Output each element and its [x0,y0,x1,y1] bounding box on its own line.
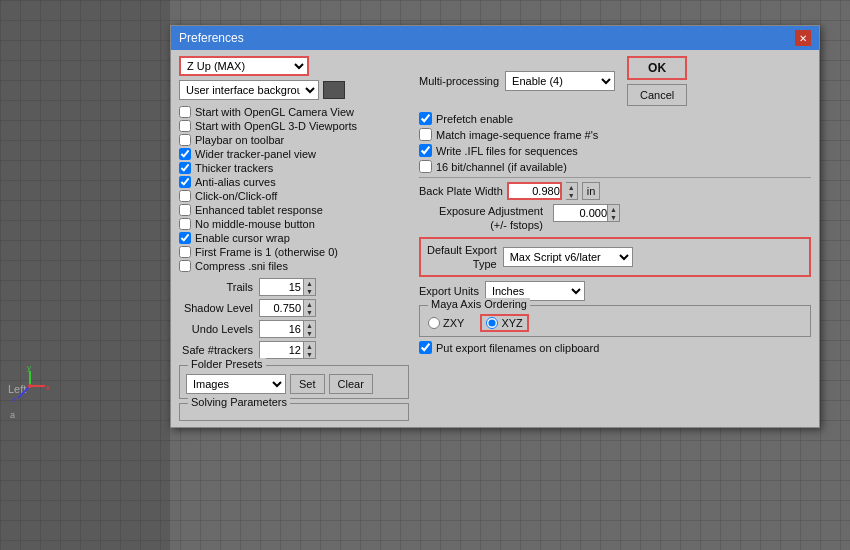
shadow-input[interactable] [259,299,304,317]
cb-prefetch[interactable] [419,112,432,125]
list-item: Enable cursor wrap [179,232,409,244]
exposure-spinner: ▲ ▼ [608,204,620,222]
cancel-button[interactable]: Cancel [627,84,687,106]
bg-select[interactable]: User interface backgroun [179,80,319,100]
radio-zxy-input[interactable] [428,317,440,329]
list-item: Start with OpenGL 3-D Viewports [179,120,409,132]
cb-opengl-camera[interactable] [179,106,191,118]
radio-zxy: ZXY [428,317,464,329]
list-item: Click-on/Click-off [179,190,409,202]
svg-text:x: x [46,383,50,392]
list-item: No middle-mouse button [179,218,409,230]
folder-select[interactable]: Images [186,374,286,394]
ok-button[interactable]: OK [627,56,687,80]
trails-spinner: ▲ ▼ [304,278,316,296]
16bit-row: 16 bit/channel (if available) [419,160,811,173]
cb-thicker-trackers[interactable] [179,162,191,174]
solving-params-section: Solving Parameters [179,403,409,421]
dialog-close-button[interactable]: ✕ [795,30,811,46]
trails-input[interactable] [259,278,304,296]
dialog-title: Preferences [179,31,244,45]
list-item: Thicker trackers [179,162,409,174]
cb-anti-alias[interactable] [179,176,191,188]
cb-16bit[interactable] [419,160,432,173]
trails-label: Trails [179,281,259,293]
undo-input[interactable] [259,320,304,338]
list-item: Start with OpenGL Camera View [179,106,409,118]
cb-wider-tracker[interactable] [179,148,191,160]
export-units-label: Export Units [419,285,479,297]
dialog-titlebar: Preferences ✕ [171,26,819,50]
dialog-buttons: OK Cancel [621,56,687,106]
back-plate-input[interactable] [507,182,562,200]
list-item: Enhanced tablet response [179,204,409,216]
exposure-row: Exposure Adjustment(+/- fstops) ▲ ▼ [419,204,811,233]
exposure-down[interactable]: ▼ [608,213,619,221]
folder-presets-section: Folder Presets Images Set Clear [179,365,409,399]
trails-down[interactable]: ▼ [304,287,315,295]
cb-first-frame[interactable] [179,246,191,258]
cb-click-on-off[interactable] [179,190,191,202]
shadow-down[interactable]: ▼ [304,308,315,316]
cb-compress-sni[interactable] [179,260,191,272]
left-column: Z Up (MAX) Y Up Z Down User interface ba… [179,56,409,421]
divider [419,177,811,178]
bg-color-swatch[interactable] [323,81,345,99]
radio-zxy-label: ZXY [443,317,464,329]
radio-xyz-input[interactable] [486,317,498,329]
maya-axis-title: Maya Axis Ordering [428,298,530,310]
exposure-input-group: ▲ ▼ [553,204,620,222]
maya-axis-section: Maya Axis Ordering ZXY XYZ [419,305,811,337]
spinners-section: Trails ▲ ▼ Shadow Level ▲ ▼ Un [179,278,409,359]
checkbox-list: Start with OpenGL Camera View Start with… [179,106,409,272]
safe-trackers-spinner: ▲ ▼ [304,341,316,359]
undo-down[interactable]: ▼ [304,329,315,337]
list-item: Anti-alias curves [179,176,409,188]
multiproc-label: Multi-processing [419,75,499,87]
exposure-up[interactable]: ▲ [608,205,619,213]
exposure-input[interactable] [553,204,608,222]
list-item: Compress .sni files [179,260,409,272]
export-type-label: Default ExportType [427,243,497,272]
cb-opengl-viewports[interactable] [179,120,191,132]
folder-presets-title: Folder Presets [188,358,266,370]
clipboard-row: Put export filenames on clipboard [419,341,811,354]
right-column: Multi-processing Enable (4) Disable Enab… [409,56,811,421]
svg-text:z: z [12,395,16,404]
cb-tablet[interactable] [179,204,191,216]
coord-row: Z Up (MAX) Y Up Z Down [179,56,409,76]
back-plate-down[interactable]: ▼ [566,191,577,199]
undo-up[interactable]: ▲ [304,321,315,329]
back-plate-unit: in [582,182,601,200]
solving-params-title: Solving Parameters [188,396,290,408]
set-button[interactable]: Set [290,374,325,394]
shadow-up[interactable]: ▲ [304,300,315,308]
export-type-select[interactable]: Max Script v6/later Max Script v5 Maya L… [503,247,633,267]
trails-up[interactable]: ▲ [304,279,315,287]
cb-clipboard[interactable] [419,341,432,354]
folder-row: Images Set Clear [186,374,402,394]
safe-trackers-row: Safe #trackers ▲ ▼ [179,341,409,359]
default-export-section: Default ExportType Max Script v6/later M… [419,237,811,278]
multiproc-select[interactable]: Enable (4) Disable Enable (2) Enable (8) [505,71,615,91]
back-plate-up[interactable]: ▲ [566,183,577,191]
clipboard-label: Put export filenames on clipboard [436,342,599,354]
back-plate-label: Back Plate Width [419,185,503,197]
cb-cursor-wrap[interactable] [179,232,191,244]
cb-match-image[interactable] [419,128,432,141]
clear-button[interactable]: Clear [329,374,373,394]
cb-playbar[interactable] [179,134,191,146]
safe-trackers-down[interactable]: ▼ [304,350,315,358]
multiproc-row: Multi-processing Enable (4) Disable Enab… [419,56,811,106]
coord-select[interactable]: Z Up (MAX) Y Up Z Down [179,56,309,76]
cb-no-middle-mouse[interactable] [179,218,191,230]
exposure-label: Exposure Adjustment(+/- fstops) [419,204,549,233]
back-plate-row: Back Plate Width ▲ ▼ in [419,182,811,200]
cb-write-ifl[interactable] [419,144,432,157]
safe-trackers-input[interactable] [259,341,304,359]
radio-xyz-label: XYZ [501,317,522,329]
viewport-background: Left x y z a [0,0,170,550]
safe-trackers-up[interactable]: ▲ [304,342,315,350]
axis-indicator: x y z a [10,366,50,420]
list-item: Wider tracker-panel view [179,148,409,160]
